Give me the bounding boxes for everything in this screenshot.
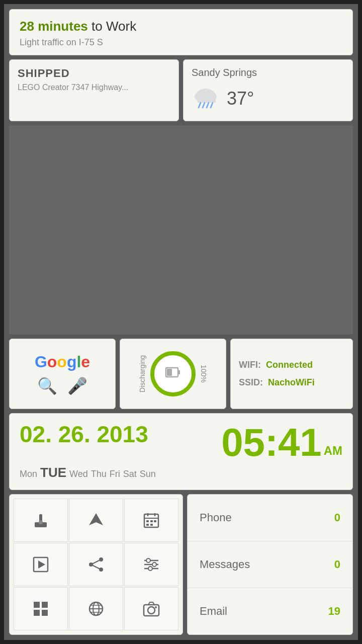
day-sat: Sat <box>123 469 137 479</box>
microphone-icon[interactable]: 🎤 <box>67 376 87 395</box>
shipped-title: SHIPPED <box>18 67 170 80</box>
app-joystick[interactable] <box>14 499 68 542</box>
battery-widget: Discharging 100% <box>120 339 226 409</box>
app-calendar[interactable] <box>124 499 178 542</box>
svg-rect-10 <box>167 369 172 376</box>
email-label: Email <box>200 605 227 618</box>
app-share[interactable] <box>69 543 123 586</box>
email-notification[interactable]: Email 19 <box>188 588 352 634</box>
time-text: 05:41 <box>221 423 322 462</box>
battery-percent-label: 100% <box>200 365 208 383</box>
wallpaper-area <box>9 125 353 335</box>
datetime-widget: 02. 26. 2013 05:41 AM Mon TUE Wed Thu Fr… <box>9 413 353 490</box>
wifi-connected-value: Connected <box>266 360 313 370</box>
email-count: 19 <box>328 605 340 618</box>
weather-city: Sandy Springs <box>192 67 344 78</box>
svg-rect-9 <box>178 370 180 374</box>
days-row: Mon TUE Wed Thu Fri Sat Sun <box>20 465 342 480</box>
svg-rect-37 <box>34 602 40 608</box>
datetime-top: 02. 26. 2013 05:41 AM <box>20 423 342 462</box>
messages-count: 0 <box>334 558 340 571</box>
date-text: 02. 26. 2013 <box>20 423 148 446</box>
svg-rect-40 <box>42 610 48 616</box>
svg-line-4 <box>199 103 201 108</box>
svg-rect-23 <box>150 524 153 526</box>
app-camera[interactable] <box>124 587 178 630</box>
svg-rect-22 <box>146 524 149 526</box>
time-area: 05:41 AM <box>221 423 342 462</box>
svg-rect-39 <box>34 610 40 616</box>
svg-line-6 <box>207 103 209 108</box>
svg-marker-25 <box>38 560 45 569</box>
traffic-title: 28 minutes to Work <box>20 19 342 34</box>
google-search-icons: 🔍 🎤 <box>37 376 87 395</box>
svg-line-29 <box>91 559 101 565</box>
traffic-card[interactable]: 28 minutes to Work Light traffic on I-75… <box>9 9 353 55</box>
svg-point-47 <box>148 607 155 614</box>
svg-line-7 <box>211 103 213 108</box>
app-navigation[interactable] <box>69 499 123 542</box>
app-browser[interactable] <box>69 587 123 630</box>
svg-line-5 <box>203 103 205 108</box>
svg-marker-14 <box>89 513 103 525</box>
google-widget[interactable]: Google 🔍 🎤 <box>9 339 116 409</box>
svg-rect-38 <box>42 602 48 608</box>
svg-rect-19 <box>146 520 149 522</box>
wifi-widget: WIFI: Connected SSID: NachoWiFi <box>230 339 353 409</box>
app-grid-apps[interactable] <box>14 587 68 630</box>
weather-body: 37° <box>192 84 344 114</box>
shipped-sub: LEGO Creator 7347 Highway... <box>18 83 170 92</box>
day-mon: Mon <box>20 469 37 479</box>
weather-temp: 37° <box>227 88 254 109</box>
traffic-to: to Work <box>92 19 136 34</box>
notifications-widget: Phone 0 Messages 0 Email 19 <box>187 494 353 635</box>
ssid-label: SSID: <box>239 377 263 388</box>
day-fri: Fri <box>110 469 120 479</box>
traffic-minutes: 28 minutes <box>20 19 88 34</box>
app-grid <box>14 499 178 630</box>
svg-rect-20 <box>150 520 153 522</box>
svg-point-35 <box>152 562 156 567</box>
wifi-status-row: WIFI: Connected <box>239 360 344 370</box>
phone-count: 0 <box>334 511 340 524</box>
svg-point-13 <box>39 520 43 524</box>
svg-point-36 <box>148 567 152 571</box>
day-thu: Thu <box>91 469 107 479</box>
ssid-row: SSID: NachoWiFi <box>239 377 344 388</box>
day-tue: TUE <box>40 465 66 480</box>
google-text: Google <box>35 353 90 371</box>
battery-circle <box>150 351 196 396</box>
ampm-text: AM <box>324 444 342 462</box>
svg-point-34 <box>146 558 150 562</box>
app-play[interactable] <box>14 543 68 586</box>
svg-rect-21 <box>154 520 156 522</box>
weather-card[interactable]: Sandy Springs 3 <box>183 59 353 121</box>
svg-rect-3 <box>198 98 216 103</box>
messages-label: Messages <box>200 558 250 571</box>
day-sun: Sun <box>140 469 156 479</box>
battery-inner-icon <box>163 364 183 384</box>
svg-point-48 <box>155 606 157 608</box>
day-wed: Wed <box>69 469 88 479</box>
wifi-label: WIFI: <box>239 360 261 370</box>
svg-line-30 <box>91 565 101 570</box>
weather-icon <box>192 84 222 114</box>
search-icon[interactable]: 🔍 <box>37 376 57 395</box>
shipped-card[interactable]: SHIPPED LEGO Creator 7347 Highway... <box>9 59 179 121</box>
app-grid-widget <box>9 494 183 635</box>
app-settings-sliders[interactable] <box>124 543 178 586</box>
traffic-subtitle: Light traffic on I-75 S <box>20 37 342 48</box>
phone-notification[interactable]: Phone 0 <box>188 495 352 541</box>
battery-status-label: Discharging <box>138 355 146 392</box>
phone-label: Phone <box>200 511 232 524</box>
ssid-value: NachoWiFi <box>268 377 315 388</box>
messages-notification[interactable]: Messages 0 <box>188 541 352 588</box>
